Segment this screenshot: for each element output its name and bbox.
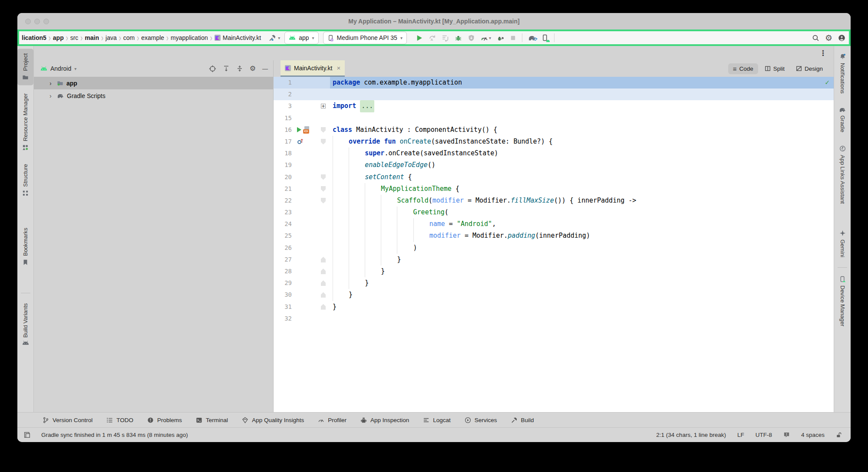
inspection-status-icon[interactable]: ✓: [825, 78, 829, 86]
zoom-window-button[interactable]: [43, 19, 49, 24]
tool-strip-tab-gradle[interactable]: Gradle: [834, 102, 851, 137]
breadcrumb-item-lication5[interactable]: lication5: [21, 34, 47, 41]
toolbar-settings-button[interactable]: ⚙: [825, 34, 832, 42]
fold-marker-icon[interactable]: [321, 257, 326, 262]
tool-strip-tab-resource-manager[interactable]: Resource Manager: [17, 88, 33, 156]
toolbar-debug-button[interactable]: [455, 34, 462, 42]
code-line[interactable]: 19enableEdgeToEdge(): [274, 159, 834, 171]
tool-window-button-todo[interactable]: TODO: [106, 417, 133, 423]
project-tree-item-gradle-scripts[interactable]: ›Gradle Scripts: [34, 89, 273, 102]
chevron-right-icon[interactable]: ›: [50, 80, 54, 87]
code-line[interactable]: 17override fun onCreate(savedInstanceSta…: [274, 136, 834, 148]
code-line[interactable]: 21MyApplicationTheme {: [274, 183, 834, 195]
tool-window-button-terminal[interactable]: Terminal: [196, 417, 228, 423]
fold-marker-icon[interactable]: [321, 292, 326, 298]
code-line[interactable]: 32: [274, 313, 834, 324]
overrides-method-gutter-icon[interactable]: [297, 138, 304, 145]
toolbar-run-button[interactable]: [416, 34, 423, 42]
code-line[interactable]: 23Greeting(: [274, 206, 834, 218]
encoding-widget[interactable]: UTF-8: [756, 432, 772, 438]
tool-window-button-version-control[interactable]: Version Control: [43, 417, 92, 423]
tool-strip-tab-bookmarks[interactable]: Bookmarks: [17, 223, 33, 270]
line-ending-widget[interactable]: LF: [737, 432, 744, 438]
code-line[interactable]: 3+import ...: [274, 100, 834, 112]
view-mode-design[interactable]: Design: [791, 63, 828, 74]
breadcrumb-item-app[interactable]: app: [52, 34, 65, 41]
code-line[interactable]: 20setContent {: [274, 171, 834, 183]
hide-panel-icon[interactable]: —: [262, 66, 268, 72]
code-line[interactable]: 18super.onCreate(savedInstanceState): [274, 148, 834, 159]
tool-window-button-profiler[interactable]: Profiler: [318, 417, 347, 423]
editor-options-icon[interactable]: ⋮: [819, 49, 827, 58]
run-gutter-icon[interactable]: [297, 127, 301, 132]
toolbar-device-manager-button[interactable]: [541, 34, 548, 41]
indent-widget[interactable]: 4 spaces: [801, 432, 825, 438]
toolbar-profile-app-button[interactable]: [468, 34, 475, 42]
code-line[interactable]: 24name = "Android",: [274, 218, 834, 230]
expand-all-icon[interactable]: [223, 65, 230, 72]
code-line[interactable]: 1package com.example.myapplication: [274, 77, 834, 88]
code-editor[interactable]: 1package com.example.myapplication23+imp…: [274, 77, 834, 412]
toolbar-apply-code-changes-button[interactable]: [442, 34, 449, 42]
tool-window-button-problems[interactable]: Problems: [147, 417, 182, 423]
tool-strip-tab-build-variants[interactable]: Build Variants: [17, 298, 33, 350]
fold-marker-icon[interactable]: [321, 186, 326, 192]
breadcrumb-item-main[interactable]: main: [84, 34, 100, 41]
toolbar-attach-debugger-button[interactable]: [497, 34, 504, 42]
toolbar-sync-gradle-button[interactable]: ⟳: [528, 35, 536, 41]
fold-marker-icon[interactable]: [321, 139, 326, 144]
tool-strip-tab-gemini[interactable]: Gemini: [834, 225, 851, 262]
code-line[interactable]: 29}: [274, 277, 834, 289]
toolbar-profiler-button[interactable]: ▾: [481, 34, 491, 42]
project-view-mode[interactable]: Android: [50, 65, 71, 72]
code-line[interactable]: 31}: [274, 301, 834, 313]
tool-strip-tab-device-manager[interactable]: Device Manager: [834, 271, 851, 331]
project-tree-item-app[interactable]: ›app: [34, 77, 273, 89]
caret-position-widget[interactable]: 2:1 (34 chars, 1 line break): [656, 432, 726, 438]
tool-window-button-logcat[interactable]: Logcat: [423, 417, 451, 423]
fold-marker-icon[interactable]: +: [321, 104, 326, 108]
device-selector[interactable]: Medium Phone API 35 ▾: [323, 32, 407, 44]
breadcrumb-item-example[interactable]: example: [140, 34, 165, 41]
breadcrumb-item-com[interactable]: com: [122, 34, 135, 41]
tool-strip-tab-structure[interactable]: Structure: [17, 159, 33, 201]
code-line[interactable]: 28}: [274, 266, 834, 277]
fold-marker-icon[interactable]: [321, 280, 326, 286]
breadcrumb-item-myapplication[interactable]: myapplication: [170, 34, 209, 41]
fold-marker-icon[interactable]: [321, 174, 326, 180]
fold-marker-icon[interactable]: [321, 127, 326, 133]
toolbar-apply-changes-button[interactable]: A: [429, 34, 436, 42]
code-line[interactable]: 2: [274, 88, 834, 100]
tool-window-button-app-inspection[interactable]: App Inspection: [360, 417, 409, 423]
unlock-icon[interactable]: [836, 432, 842, 438]
fold-marker-icon[interactable]: [321, 269, 326, 274]
locate-file-icon[interactable]: [209, 65, 216, 72]
close-tab-icon[interactable]: ×: [337, 64, 340, 72]
code-line[interactable]: 22Scaffold(modifier = Modifier.fillMaxSi…: [274, 195, 834, 206]
feedback-callout-icon[interactable]: [783, 432, 790, 438]
tool-strip-tab-app-links-assistant[interactable]: App Links Assistant: [834, 141, 851, 209]
build-project-button[interactable]: ▾: [269, 34, 280, 42]
breadcrumb-item-java[interactable]: java: [105, 34, 118, 41]
view-mode-code[interactable]: ≡Code: [728, 63, 758, 74]
chevron-down-icon[interactable]: ▾: [74, 66, 76, 71]
tool-strip-tab-notifications[interactable]: Notifications: [834, 49, 851, 98]
fold-marker-icon[interactable]: [321, 304, 326, 310]
code-line[interactable]: 30}: [274, 289, 834, 301]
code-line[interactable]: 15: [274, 112, 834, 124]
breadcrumb-item-mainactivity-kt[interactable]: MainActivity.kt: [214, 34, 262, 41]
tool-window-button-services[interactable]: Services: [465, 417, 497, 423]
run-config-selector[interactable]: app ▾: [284, 32, 318, 44]
tool-window-button-app-quality-insights[interactable]: App Quality Insights: [242, 417, 304, 423]
code-line[interactable]: 27}: [274, 254, 834, 266]
toolbar-account-button[interactable]: [838, 34, 845, 42]
toolbar-stop-button[interactable]: [510, 35, 516, 41]
tool-window-button-build[interactable]: Build: [511, 417, 534, 423]
tool-window-layout-icon[interactable]: [23, 431, 31, 439]
code-line[interactable]: 16class MainActivity : ComponentActivity…: [274, 124, 834, 136]
minimize-window-button[interactable]: [34, 19, 40, 24]
code-line[interactable]: 26): [274, 242, 834, 254]
tool-strip-tab-project[interactable]: Project: [17, 49, 33, 85]
editor-tab-mainactivity[interactable]: MainActivity.kt ×: [281, 60, 345, 77]
view-mode-split[interactable]: Split: [760, 63, 789, 74]
